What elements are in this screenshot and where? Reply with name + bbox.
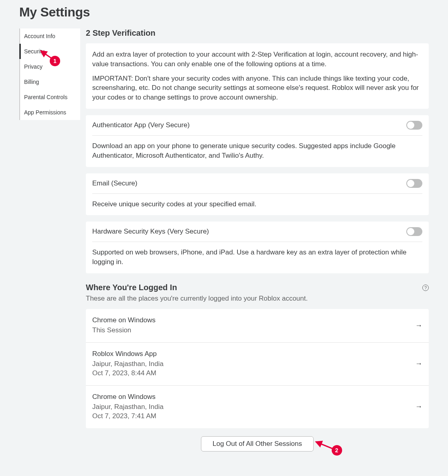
option-title: Email (Secure) <box>92 179 137 187</box>
two-step-intro-1: Add an extra layer of protection to your… <box>92 50 422 69</box>
arrow-right-icon: → <box>415 403 422 411</box>
option-title: Authenticator App (Very Secure) <box>92 121 190 129</box>
sidebar-item-billing[interactable]: Billing <box>20 74 80 90</box>
sidebar-item-account-info[interactable]: Account Info <box>20 28 80 44</box>
sidebar-item-label: Security <box>24 48 45 55</box>
sidebar-item-label: Privacy <box>24 63 43 70</box>
sidebar-item-app-permissions[interactable]: App Permissions <box>20 105 80 120</box>
option-desc: Download an app on your phone to generat… <box>92 141 422 161</box>
logged-in-subheading: These are all the places you're currentl… <box>86 295 429 303</box>
session-detail-time: Oct 7, 2023, 7:41 AM <box>92 412 415 421</box>
session-row[interactable]: Chrome on Windows This Session → <box>86 309 429 343</box>
session-row[interactable]: Roblox Windows App Jaipur, Rajasthan, In… <box>86 343 429 386</box>
sidebar-item-label: Parental Controls <box>24 94 67 100</box>
sessions-list: Chrome on Windows This Session → Roblox … <box>86 309 429 428</box>
option-desc: Supported on web browsers, iPhone, and i… <box>92 248 422 267</box>
page-title: My Settings <box>19 5 429 20</box>
arrow-right-icon: → <box>415 321 422 330</box>
sidebar-item-parental-controls[interactable]: Parental Controls <box>20 90 80 105</box>
option-email: Email (Secure) Receive unique security c… <box>86 173 429 216</box>
option-title: Hardware Security Keys (Very Secure) <box>92 228 209 236</box>
session-detail: This Session <box>92 326 415 335</box>
two-step-intro-card: Add an extra layer of protection to your… <box>86 43 429 109</box>
toggle-hardware-keys[interactable] <box>406 227 422 236</box>
toggle-authenticator-app[interactable] <box>406 121 422 130</box>
annotation-badge-2: 2 <box>332 445 342 456</box>
session-detail-location: Jaipur, Rajasthan, India <box>92 360 415 369</box>
logout-all-sessions-button[interactable]: Log Out of All Other Sessions <box>201 436 314 452</box>
two-step-heading: 2 Step Verification <box>86 28 429 38</box>
settings-sidebar: Account Info Security 1 <box>19 28 80 120</box>
sidebar-item-privacy[interactable]: Privacy <box>20 59 80 74</box>
option-desc: Receive unique security codes at your sp… <box>92 199 422 209</box>
session-row[interactable]: Chrome on Windows Jaipur, Rajasthan, Ind… <box>86 386 429 428</box>
session-detail-location: Jaipur, Rajasthan, India <box>92 403 415 412</box>
sidebar-item-label: Billing <box>24 79 39 85</box>
help-icon[interactable]: ? <box>422 285 429 291</box>
session-name: Chrome on Windows <box>92 393 415 401</box>
two-step-intro-2: IMPORTANT: Don't share your security cod… <box>92 74 422 102</box>
logged-in-heading: Where You're Logged In <box>86 283 177 292</box>
sidebar-item-label: Account Info <box>24 33 55 39</box>
session-name: Chrome on Windows <box>92 316 415 324</box>
option-authenticator-app: Authenticator App (Very Secure) Download… <box>86 115 429 167</box>
session-detail-time: Oct 7, 2023, 8:44 AM <box>92 369 415 378</box>
arrow-right-icon: → <box>415 360 422 368</box>
sidebar-item-label: App Permissions <box>24 109 66 116</box>
toggle-email[interactable] <box>406 179 422 188</box>
option-hardware-keys: Hardware Security Keys (Very Secure) Sup… <box>86 222 429 273</box>
sidebar-item-security[interactable]: Security 1 <box>20 44 80 59</box>
svg-line-1 <box>316 442 334 449</box>
session-name: Roblox Windows App <box>92 350 415 358</box>
